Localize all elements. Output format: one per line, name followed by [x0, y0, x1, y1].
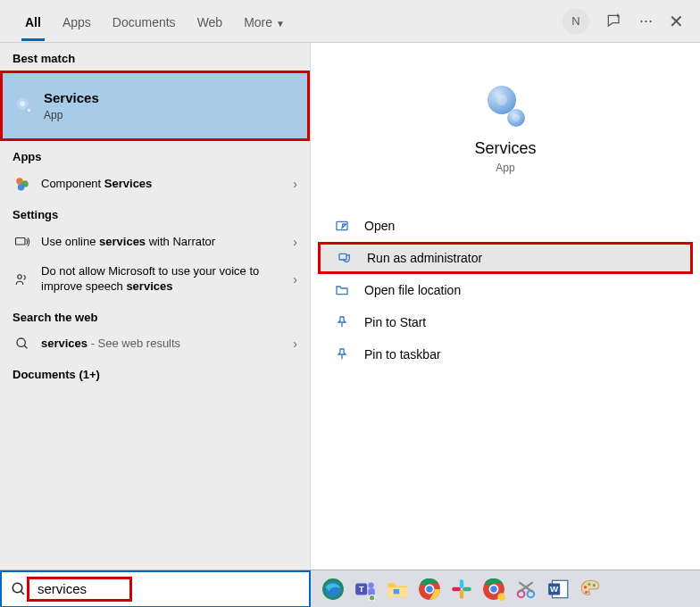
open-icon	[332, 219, 352, 233]
tab-apps[interactable]: Apps	[52, 3, 102, 40]
result-speech-services[interactable]: Do not allow Microsoft to use your voice…	[0, 257, 310, 302]
best-match-label: Best match	[0, 43, 310, 71]
action-label: Run as administrator	[367, 251, 482, 265]
web-section-label: Search the web	[0, 302, 310, 329]
svg-rect-26	[462, 586, 471, 590]
result-label: Component Services	[41, 177, 293, 192]
apps-section-label: Apps	[0, 141, 310, 169]
results-panel: Best match Services App Apps Component S…	[0, 43, 311, 570]
svg-point-19	[369, 595, 375, 601]
svg-rect-27	[460, 590, 463, 599]
svg-point-24	[426, 586, 433, 593]
taskbar-explorer-icon[interactable]	[384, 576, 411, 603]
action-run-as-administrator[interactable]: Run as administrator	[318, 242, 693, 274]
documents-section-label: Documents (1+)	[0, 359, 310, 387]
settings-section-label: Settings	[0, 199, 310, 227]
narrator-icon	[12, 234, 32, 250]
action-label: Pin to taskbar	[364, 347, 441, 362]
svg-point-31	[490, 586, 497, 593]
best-match-result[interactable]: Services App	[0, 71, 310, 141]
taskbar-icons: T W	[311, 576, 604, 603]
svg-point-1	[21, 101, 26, 106]
preview-subtitle: App	[496, 162, 514, 174]
user-avatar[interactable]: N	[562, 8, 589, 35]
preview-panel: Services App Open Run as administrator O…	[311, 43, 700, 570]
svg-point-40	[593, 584, 596, 586]
svg-point-32	[497, 593, 505, 601]
chevron-right-icon: ›	[293, 177, 297, 191]
taskbar-teams-icon[interactable]: T	[352, 576, 379, 603]
admin-shield-icon	[335, 251, 354, 265]
action-open[interactable]: Open	[311, 210, 700, 242]
search-input[interactable]	[36, 580, 300, 597]
svg-text:T: T	[359, 584, 364, 594]
svg-point-12	[12, 583, 22, 593]
svg-rect-7	[16, 238, 26, 245]
component-services-icon	[12, 176, 32, 192]
tab-web[interactable]: Web	[187, 3, 234, 40]
filter-tabs: All Apps Documents Web More▼ N ··· ✕	[0, 0, 700, 43]
svg-rect-25	[460, 579, 463, 588]
svg-point-17	[368, 582, 374, 588]
services-large-icon	[484, 84, 527, 127]
svg-point-41	[585, 590, 588, 593]
chevron-right-icon: ›	[293, 272, 297, 287]
taskbar-edge-icon[interactable]	[320, 576, 346, 603]
chevron-right-icon: ›	[293, 337, 297, 351]
pin-icon	[332, 347, 352, 362]
chevron-right-icon: ›	[293, 235, 297, 249]
close-icon[interactable]: ✕	[669, 11, 684, 32]
search-icon	[11, 581, 27, 597]
action-pin-to-taskbar[interactable]: Pin to taskbar	[311, 338, 700, 370]
svg-point-6	[18, 184, 25, 191]
result-label: Do not allow Microsoft to use your voice…	[41, 264, 293, 295]
svg-point-38	[584, 586, 587, 588]
taskbar-chrome-icon[interactable]	[416, 576, 443, 603]
svg-rect-21	[394, 589, 400, 594]
result-narrator-services[interactable]: Use online services with Narrator ›	[0, 227, 310, 257]
action-list: Open Run as administrator Open file loca…	[311, 210, 700, 370]
action-pin-to-start[interactable]: Pin to Start	[311, 306, 700, 338]
taskbar-slack-icon[interactable]	[448, 576, 475, 603]
svg-point-9	[17, 338, 25, 346]
feedback-icon[interactable]	[605, 12, 623, 30]
taskbar-paint-icon[interactable]	[577, 576, 604, 603]
more-options-icon[interactable]: ···	[639, 12, 653, 30]
tab-documents[interactable]: Documents	[102, 3, 187, 40]
result-label: Use online services with Narrator	[41, 235, 293, 250]
action-open-file-location[interactable]: Open file location	[311, 274, 700, 306]
taskbar-search[interactable]	[0, 570, 311, 608]
tab-more[interactable]: More▼	[233, 3, 296, 40]
taskbar-word-icon[interactable]: W	[545, 576, 571, 603]
action-label: Open	[364, 219, 395, 233]
taskbar-snip-icon[interactable]	[512, 576, 539, 603]
preview-title: Services	[474, 139, 536, 158]
svg-text:W: W	[550, 584, 559, 594]
result-label: services - See web results	[41, 337, 293, 352]
best-match-title: Services	[44, 89, 295, 107]
svg-point-3	[28, 108, 31, 112]
svg-rect-11	[339, 254, 346, 260]
folder-icon	[332, 283, 352, 297]
start-search-window: All Apps Documents Web More▼ N ··· ✕ Bes…	[0, 0, 700, 607]
action-label: Open file location	[364, 283, 461, 297]
result-component-services[interactable]: Component Services ›	[0, 169, 310, 199]
preview-card: Services App	[320, 57, 691, 188]
speech-privacy-icon	[12, 271, 32, 287]
svg-point-8	[18, 275, 22, 279]
svg-point-39	[588, 582, 590, 585]
taskbar-chrome-canary-icon[interactable]	[480, 576, 507, 603]
services-gear-icon	[15, 96, 35, 116]
svg-rect-28	[452, 586, 461, 590]
action-label: Pin to Start	[364, 315, 426, 329]
tab-all[interactable]: All	[14, 3, 52, 40]
best-match-subtitle: App	[44, 109, 295, 123]
pin-icon	[332, 315, 352, 329]
result-web-services[interactable]: services - See web results ›	[0, 329, 310, 359]
search-icon	[12, 337, 32, 351]
taskbar: T W	[0, 570, 700, 607]
